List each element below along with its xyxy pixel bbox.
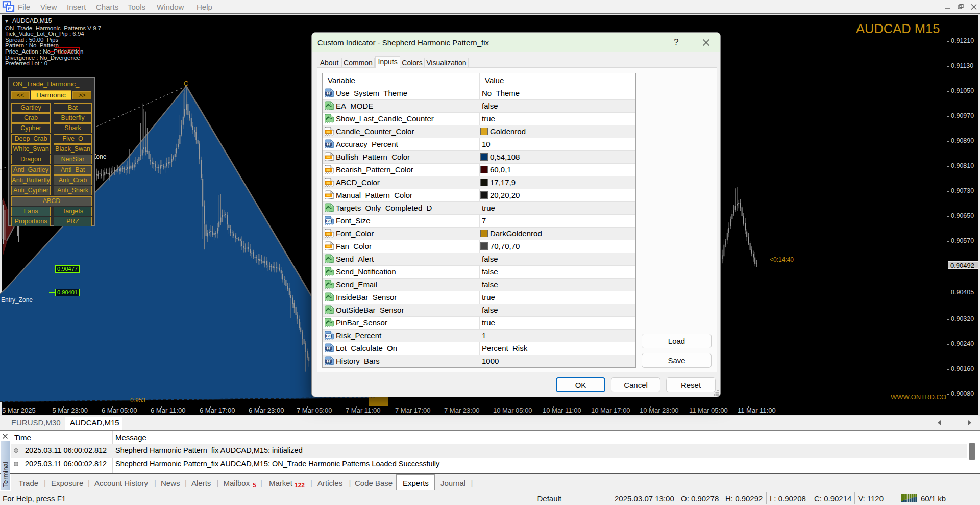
svg-text:123: 123 bbox=[325, 218, 332, 223]
svg-text:123: 123 bbox=[325, 359, 332, 363]
svg-text:123: 123 bbox=[325, 142, 332, 146]
svg-text:123: 123 bbox=[325, 333, 332, 338]
svg-text:123: 123 bbox=[325, 91, 332, 95]
svg-text:123: 123 bbox=[325, 346, 332, 350]
